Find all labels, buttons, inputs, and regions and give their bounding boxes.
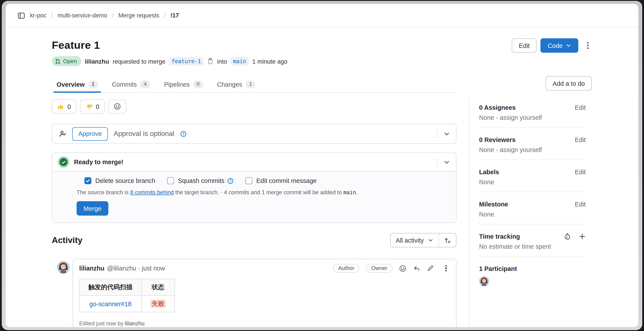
tabs: Overview 1 Commits 4 Pipelines 0 Chang	[52, 76, 456, 93]
comment-options-kebab-icon[interactable]	[442, 264, 450, 273]
merge-request-icon	[55, 58, 61, 64]
edit-comment-pencil-icon[interactable]	[427, 265, 434, 272]
breadcrumb-mr-number[interactable]: !17	[170, 12, 179, 19]
tab-count-badge: 0	[193, 80, 203, 88]
merge-chevron-down-icon[interactable]	[444, 159, 450, 165]
comment-thread: lilianzhu @lilianzhu · just now Author O…	[52, 259, 456, 327]
sidebar-section-labels: Labels Edit None	[479, 160, 586, 192]
activity-header: Activity All activity	[52, 233, 456, 247]
main-column: 0 0	[52, 98, 456, 327]
activity-filter-label: All activity	[396, 237, 424, 244]
approval-chevron-down-icon[interactable]	[444, 130, 450, 137]
edited-prefix: Edited just now by	[79, 320, 125, 327]
merge-status-row: Ready to merge!	[52, 153, 456, 171]
thumbs-up-count: 0	[68, 103, 71, 110]
edit-commit-message-option[interactable]: Edit commit message	[246, 177, 316, 184]
participant-avatar[interactable]	[479, 276, 489, 286]
note-suffix: .	[356, 189, 358, 196]
thumbs-up-icon	[58, 103, 64, 110]
tab-changes[interactable]: Changes 1	[212, 76, 260, 92]
author-badge: Author	[333, 264, 360, 273]
ready-to-merge-text: Ready to merge!	[74, 159, 123, 166]
reviewers-value[interactable]: None - assign yourself	[479, 146, 586, 153]
comment-author-avatar[interactable]	[57, 261, 70, 273]
svg-text:?: ?	[182, 132, 184, 136]
sidebar-toggle-icon[interactable]	[18, 12, 25, 19]
approval-help-icon[interactable]: ?	[180, 130, 186, 137]
commits-behind-link[interactable]: 8 commits behind	[130, 189, 174, 196]
labels-edit-button[interactable]: Edit	[575, 169, 586, 176]
participants-title: 1 Participant	[479, 265, 517, 272]
approve-button[interactable]: Approve	[72, 127, 108, 140]
approval-user-icon	[59, 130, 66, 137]
tab-label: Overview	[56, 81, 85, 88]
squash-commits-label: Squash commits	[178, 177, 224, 184]
scan-job-link[interactable]: go-scanner#18	[90, 300, 132, 307]
checkbox-unchecked-icon[interactable]	[167, 177, 174, 184]
add-time-entry-plus-icon[interactable]	[579, 233, 586, 240]
comment-body: 触发的代码扫描 状态 go-scanner#18 失败 Edited	[73, 275, 456, 327]
add-todo-button[interactable]: Add a to do	[546, 76, 592, 91]
stopwatch-icon[interactable]	[564, 233, 571, 240]
sidebar-section-time-tracking: Time tracking No es	[479, 224, 586, 256]
edit-commit-message-label: Edit commit message	[256, 177, 316, 184]
checkbox-checked-icon[interactable]	[84, 177, 92, 184]
squash-commits-option[interactable]: Squash commits ?	[167, 177, 234, 184]
activity-sort-button[interactable]	[439, 233, 456, 247]
tab-pipelines[interactable]: Pipelines 0	[159, 76, 208, 92]
time-tracking-title: Time tracking	[479, 233, 520, 240]
status-badge: Open	[52, 56, 81, 66]
owner-badge: Owner	[366, 264, 392, 273]
breadcrumb: kr-poc / multi-service-demo / Merge requ…	[6, 4, 638, 28]
mr-time-ago[interactable]: 1 minute ago	[252, 58, 288, 65]
delete-source-branch-label: Delete source branch	[95, 177, 155, 184]
milestone-edit-button[interactable]: Edit	[575, 201, 586, 208]
thumbs-down-button[interactable]: 0	[80, 99, 105, 114]
comment-meta[interactable]: @lilianzhu · just now	[107, 265, 165, 272]
assignees-edit-button[interactable]: Edit	[575, 104, 586, 111]
checkbox-unchecked-icon[interactable]	[246, 177, 252, 184]
tab-bar: Overview 1 Commits 4 Pipelines 0 Chang	[52, 76, 592, 93]
assignees-title: 0 Assignees	[479, 104, 516, 111]
comment-add-reaction-icon[interactable]	[399, 265, 406, 272]
thumbs-up-button[interactable]: 0	[52, 99, 76, 114]
mr-meta-row: Open lilianzhu requested to merge featur…	[52, 56, 592, 66]
tab-overview[interactable]: Overview 1	[52, 76, 103, 92]
tab-count-badge: 4	[140, 80, 150, 88]
activity-filter-group: All activity	[390, 233, 456, 247]
assignees-value[interactable]: None - assign yourself	[479, 114, 586, 121]
breadcrumb-project[interactable]: multi-service-demo	[58, 12, 107, 19]
tab-commits[interactable]: Commits 4	[107, 76, 155, 92]
note-mid: the target branch. · 4 commits and 1 mer…	[174, 189, 344, 196]
reply-icon[interactable]	[413, 265, 420, 272]
squash-help-icon[interactable]: ?	[227, 177, 234, 184]
approval-optional-text: Approval is optional	[114, 130, 174, 138]
award-emoji-row: 0 0	[52, 98, 456, 114]
comment-header: lilianzhu @lilianzhu · just now Author O…	[73, 259, 456, 275]
activity-filter-dropdown[interactable]: All activity	[390, 233, 439, 247]
code-button[interactable]: Code	[541, 38, 578, 53]
comment-author-name[interactable]: lilianzhu	[79, 265, 104, 272]
note-target-branch: main	[343, 189, 356, 196]
reviewers-edit-button[interactable]: Edit	[575, 136, 586, 143]
mr-options-kebab-icon[interactable]	[584, 41, 592, 50]
delete-source-branch-option[interactable]: Delete source branch	[84, 177, 155, 184]
merge-button[interactable]: Merge	[76, 201, 108, 216]
breadcrumb-group[interactable]: kr-poc	[30, 12, 46, 19]
mr-author[interactable]: lilianzhu	[85, 58, 109, 65]
milestone-value: None	[479, 211, 586, 218]
content-columns: 0 0	[52, 98, 592, 327]
sidebar-section-reviewers: 0 Reviewers Edit None - assign yourself	[479, 128, 586, 160]
time-tracking-value: No estimate or time spent	[479, 243, 586, 250]
source-branch-ref[interactable]: feature-1	[169, 57, 204, 65]
edit-button[interactable]: Edit	[512, 38, 537, 53]
merge-checkbox-row: Delete source branch Squash commits ?	[84, 177, 449, 184]
copy-branch-icon[interactable]	[207, 58, 214, 65]
thumbs-down-icon	[86, 103, 93, 110]
target-branch-ref[interactable]: main	[230, 57, 249, 65]
thumbs-down-count: 0	[96, 103, 99, 110]
merge-options-section: Delete source branch Squash commits ?	[52, 171, 456, 223]
breadcrumb-merge-requests[interactable]: Merge requests	[118, 12, 159, 19]
add-reaction-button[interactable]	[108, 99, 126, 114]
edited-by-name: lilianzhu	[125, 320, 144, 327]
